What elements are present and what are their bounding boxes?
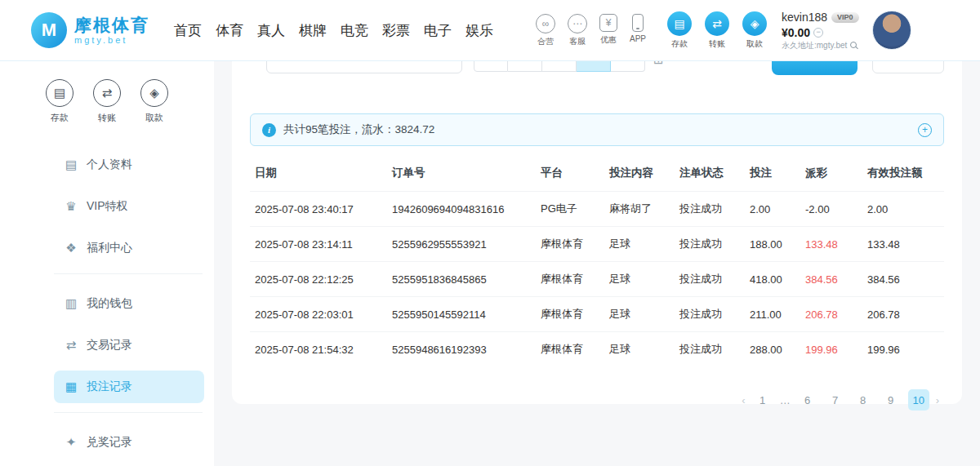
customer-service-label: 客服 [569, 36, 586, 47]
customer-service-button[interactable]: ⋯ 客服 [568, 14, 587, 47]
deposit-button[interactable]: ▤ 存款 [667, 11, 692, 50]
cell-order: 5255950145592114 [387, 297, 536, 332]
page-button-10-active[interactable]: 10 [908, 389, 929, 411]
cell-status: 投注成功 [675, 332, 745, 367]
cell-content: 麻将胡了 [604, 192, 675, 227]
search-button[interactable] [772, 61, 858, 75]
col-platform: 平台 [536, 158, 604, 192]
range-option[interactable] [474, 61, 508, 72]
sidebar-item-label: 兑奖记录 [87, 435, 132, 450]
cell-platform: 摩根体育 [536, 227, 604, 262]
page-button-7[interactable]: 7 [825, 389, 846, 411]
sidebar-item-label: 交易记录 [87, 338, 132, 353]
username: kevin188 [782, 10, 827, 24]
transfer-icon: ⇄ [705, 11, 729, 36]
col-status: 注单状态 [675, 158, 745, 192]
sidebar-item-label: 个人资料 [87, 158, 132, 172]
sidebar-deposit-label: 存款 [51, 112, 69, 124]
page-button-6[interactable]: 6 [797, 389, 818, 411]
nav-item-entertainment[interactable]: 娱乐 [466, 21, 493, 40]
profile-icon: ▤ [64, 158, 78, 172]
sidebar-item-label: 投注记录 [87, 379, 132, 394]
sidebar-item-prize-records[interactable]: ✦ 兑奖记录 [54, 426, 204, 459]
cell-date: 2025-07-08 23:40:17 [250, 192, 387, 227]
cell-date: 2025-07-08 22:12:25 [250, 262, 387, 297]
table-row: 2025-07-08 23:14:11 5255962955553921 摩根体… [250, 227, 944, 262]
prev-page-button[interactable]: ‹ [742, 394, 745, 406]
page: M 摩根体育 mgty.bet 首页 体育 真人 棋牌 电竞 彩票 电子 娱乐 … [0, 0, 980, 466]
range-option[interactable] [508, 61, 542, 72]
sidebar-item-vip[interactable]: ♛ VIP特权 [54, 190, 204, 223]
transfer-button[interactable]: ⇄ 转账 [705, 11, 729, 50]
refresh-balance-icon[interactable]: − [813, 28, 823, 38]
search-icon[interactable] [850, 42, 857, 48]
transactions-icon: ⇄ [64, 338, 78, 353]
nav-item-live[interactable]: 真人 [257, 21, 285, 40]
welfare-icon: ❖ [64, 241, 78, 255]
header-actions-group: ▤ 存款 ⇄ 转账 ◈ 取款 [667, 11, 767, 50]
cell-bet: 211.00 [745, 297, 800, 332]
cell-payout: 384.56 [800, 262, 862, 297]
nav-item-slots[interactable]: 电子 [424, 21, 452, 40]
sidebar-item-label: VIP特权 [87, 199, 128, 214]
promotions-button[interactable]: ¥ 优惠 [599, 14, 617, 47]
page-button-9[interactable]: 9 [880, 389, 902, 411]
sidebar-divider [54, 273, 203, 274]
sidebar-item-bet-records[interactable]: ▦ 投注记录 [54, 371, 204, 403]
reset-button[interactable] [872, 61, 944, 73]
col-bet: 投注 [745, 158, 800, 192]
expand-plus-icon[interactable]: + [918, 123, 932, 137]
withdraw-label: 取款 [746, 38, 763, 50]
cell-content: 足球 [604, 262, 675, 297]
nav-item-lottery[interactable]: 彩票 [382, 21, 410, 40]
brand-domain: mgty.bet [74, 35, 149, 45]
nav-item-sports[interactable]: 体育 [216, 21, 243, 40]
range-option[interactable] [542, 61, 577, 72]
bet-records-card: ⊞ i 共计95笔投注，流水：3824.72 + 日期 订单号 [232, 61, 962, 404]
cell-order: 5255962955553921 [387, 227, 536, 262]
cell-payout: -2.00 [800, 192, 862, 227]
brand-logo-icon: M [31, 12, 67, 48]
filter-input[interactable] [266, 61, 462, 73]
calendar-icon[interactable]: ⊞ [653, 61, 664, 67]
page-button-1[interactable]: 1 [752, 389, 773, 411]
deposit-icon: ▤ [667, 11, 692, 36]
brand-logo[interactable]: M 摩根体育 mgty.bet [31, 12, 149, 48]
app-label: APP [630, 34, 646, 43]
sidebar-withdraw-button[interactable]: ◈ 取款 [140, 79, 168, 124]
page-button-8[interactable]: 8 [853, 389, 874, 411]
sidebar-item-welfare[interactable]: ❖ 福利中心 [54, 232, 204, 264]
cell-date: 2025-07-08 21:54:32 [250, 332, 387, 367]
partner-button[interactable]: ∞ 合营 [536, 14, 555, 47]
phone-icon [632, 14, 644, 32]
deposit-label: 存款 [671, 38, 688, 50]
nav-item-cards[interactable]: 棋牌 [299, 21, 327, 40]
nav-item-home[interactable]: 首页 [174, 21, 202, 40]
sidebar-item-transactions[interactable]: ⇄ 交易记录 [54, 329, 204, 362]
col-valid: 有效投注额 [862, 158, 944, 192]
summary-text: 共计95笔投注，流水：3824.72 [283, 122, 434, 137]
prize-records-icon: ✦ [64, 435, 78, 450]
withdraw-button[interactable]: ◈ 取款 [742, 11, 767, 50]
balance-amount: ¥0.00 [782, 25, 810, 40]
sidebar-item-profile[interactable]: ▤ 个人资料 [54, 149, 204, 181]
next-page-button[interactable]: › [936, 394, 939, 406]
user-info: kevin188 VIP0 ¥0.00 − 永久地址:mgty.bet [782, 10, 859, 50]
sidebar-withdraw-icon: ◈ [140, 79, 168, 107]
sidebar-item-wallet[interactable]: ▥ 我的钱包 [54, 287, 204, 320]
nav-item-esports[interactable]: 电竞 [341, 21, 368, 40]
app-download-button[interactable]: APP [630, 14, 646, 47]
range-option[interactable] [611, 61, 645, 72]
bet-records-table: 日期 订单号 平台 投注内容 注单状态 投注 派彩 有效投注额 2025-07-… [250, 158, 944, 366]
date-range-segment [474, 61, 645, 72]
avatar[interactable] [872, 11, 911, 50]
cell-content: 足球 [604, 227, 675, 262]
sidebar-divider [54, 412, 203, 413]
range-option-selected[interactable] [577, 61, 611, 72]
sidebar-deposit-button[interactable]: ▤ 存款 [46, 79, 74, 124]
sidebar-menu: ▤ 个人资料 ♛ VIP特权 ❖ 福利中心 ▥ 我的钱包 ⇄ 交易记录 ▦ [0, 131, 214, 459]
permanent-address: 永久地址:mgty.bet [782, 40, 847, 51]
col-order: 订单号 [387, 158, 536, 192]
sidebar-transfer-button[interactable]: ⇄ 转账 [93, 79, 121, 124]
cell-order: 1942609694094831616 [387, 192, 536, 227]
